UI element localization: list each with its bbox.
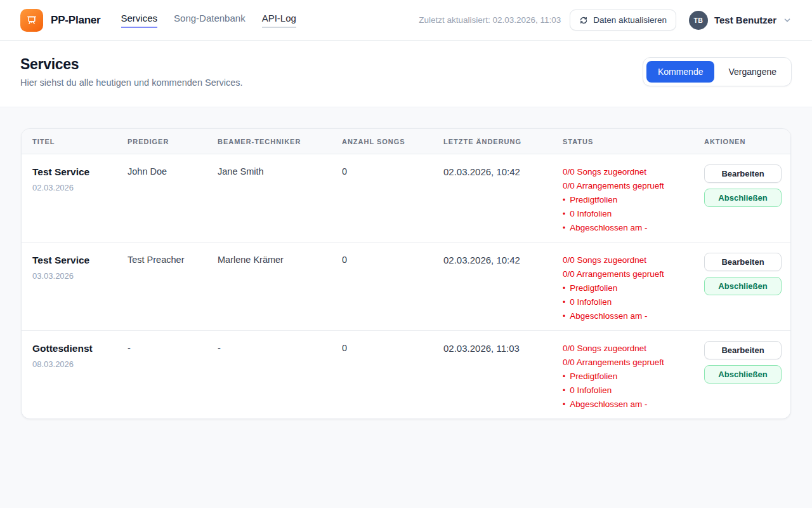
bullet-icon: • (563, 210, 565, 218)
column-header-prediger: PREDIGER (128, 138, 218, 145)
cell-status: 0/0 Songs zugeordnet0/0 Arrangements gep… (563, 164, 704, 235)
cell-beamer-techniker: - (218, 341, 342, 411)
service-title: Gottesdienst (32, 343, 128, 354)
bullet-icon: • (563, 224, 565, 232)
bearbeiten-button[interactable]: Bearbeiten (704, 164, 782, 183)
bullet-icon: • (563, 298, 565, 307)
cell-aktionen: Bearbeiten Abschließen (704, 164, 782, 235)
cell-prediger: - (128, 341, 218, 411)
refresh-data-button[interactable]: Daten aktualisieren (570, 10, 676, 30)
service-title: Test Service (32, 166, 128, 178)
status-line: •Predigtfolien (563, 281, 704, 295)
bearbeiten-button[interactable]: Bearbeiten (704, 341, 782, 359)
column-header-beamer-techniker: BEAMER-TECHNIKER (218, 138, 342, 145)
bullet-icon: • (563, 386, 565, 395)
main-nav: ServicesSong-DatenbankAPI-Log (121, 13, 296, 28)
nav-item-api-log[interactable]: API-Log (262, 13, 296, 28)
main-content: TITELPREDIGERBEAMER-TECHNIKERANZAHL SONG… (0, 128, 812, 419)
cell-status: 0/0 Songs zugeordnet0/0 Arrangements gep… (563, 253, 704, 323)
page-title: Services (20, 56, 243, 73)
page-subtitle: Hier siehst du alle heutigen und kommend… (20, 77, 243, 88)
status-line: 0/0 Arrangements geprueft (563, 179, 704, 193)
bullet-icon: • (563, 312, 565, 321)
table-row: Gottesdienst 08.03.2026 - - 0 02.03.2026… (22, 331, 790, 418)
cell-prediger: John Doe (128, 164, 218, 235)
cell-titel: Test Service 03.03.2026 (32, 253, 128, 323)
cell-anzahl-songs: 0 (342, 253, 443, 323)
abschliessen-button[interactable]: Abschließen (704, 189, 782, 207)
status-line: •0 Infofolien (563, 384, 704, 398)
cell-letzte-aenderung: 02.03.2026, 10:42 (443, 253, 563, 323)
service-date: 02.03.2026 (32, 183, 128, 192)
table-body: Test Service 02.03.2026 John Doe Jane Sm… (22, 154, 790, 418)
status-line: 0/0 Songs zugeordnet (563, 165, 704, 179)
status-line: •Predigtfolien (563, 193, 704, 207)
table-row: Test Service 03.03.2026 Test Preacher Ma… (22, 243, 790, 331)
app-logo (20, 9, 43, 32)
status-line: 0/0 Arrangements geprueft (563, 267, 704, 281)
page-header: Services Hier siehst du alle heutigen un… (0, 41, 812, 107)
bullet-icon: • (563, 284, 565, 293)
status-line: •0 Infofolien (563, 207, 704, 221)
cell-status: 0/0 Songs zugeordnet0/0 Arrangements gep… (563, 341, 704, 411)
bullet-icon: • (563, 372, 565, 381)
nav-item-song-datenbank[interactable]: Song-Datenbank (174, 13, 246, 28)
status-line: 0/0 Arrangements geprueft (563, 356, 704, 370)
chevron-down-icon (783, 16, 792, 25)
cell-titel: Gottesdienst 08.03.2026 (32, 341, 128, 411)
status-line: •Abgeschlossen am - (563, 309, 704, 323)
bearbeiten-button[interactable]: Bearbeiten (704, 253, 782, 271)
avatar: TB (689, 11, 708, 30)
user-name: Test Benutzer (714, 15, 776, 25)
cell-letzte-aenderung: 02.03.2026, 11:03 (443, 341, 563, 411)
nav-item-services[interactable]: Services (121, 13, 158, 28)
presentation-screen-icon (25, 14, 38, 27)
services-table-card: TITELPREDIGERBEAMER-TECHNIKERANZAHL SONG… (21, 128, 791, 419)
column-header-letzte-nderung: LETZTE ÄNDERUNG (443, 138, 563, 145)
cell-aktionen: Bearbeiten Abschließen (704, 253, 782, 323)
abschliessen-button[interactable]: Abschließen (704, 277, 782, 295)
filter-segmented-control: KommendeVergangene (643, 57, 792, 86)
column-header-titel: TITEL (32, 138, 128, 145)
refresh-button-label: Daten aktualisieren (593, 15, 667, 25)
status-line: •Abgeschlossen am - (563, 398, 704, 411)
status-line: •0 Infofolien (563, 295, 704, 309)
column-header-status: STATUS (563, 138, 704, 145)
cell-titel: Test Service 02.03.2026 (32, 164, 128, 235)
column-header-anzahl-songs: ANZAHL SONGS (342, 138, 443, 145)
cell-aktionen: Bearbeiten Abschließen (704, 341, 782, 411)
cell-prediger: Test Preacher (128, 253, 218, 323)
status-line: 0/0 Songs zugeordnet (563, 342, 704, 356)
bullet-icon: • (563, 400, 565, 409)
bullet-icon: • (563, 196, 565, 204)
refresh-icon (579, 16, 588, 25)
last-updated-text: Zuletzt aktualisiert: 02.03.2026, 11:03 (419, 15, 561, 25)
service-title: Test Service (32, 255, 128, 266)
filter-kommende[interactable]: Kommende (646, 61, 715, 83)
status-line: •Predigtfolien (563, 370, 704, 384)
cell-anzahl-songs: 0 (342, 164, 443, 235)
status-line: •Abgeschlossen am - (563, 221, 704, 235)
table-header-row: TITELPREDIGERBEAMER-TECHNIKERANZAHL SONG… (22, 129, 790, 154)
cell-anzahl-songs: 0 (342, 341, 443, 411)
topbar-right: Zuletzt aktualisiert: 02.03.2026, 11:03 … (419, 10, 792, 30)
column-header-aktionen: AKTIONEN (704, 138, 780, 145)
abschliessen-button[interactable]: Abschließen (704, 365, 782, 384)
cell-beamer-techniker: Marlene Krämer (218, 253, 342, 323)
user-menu[interactable]: TB Test Benutzer (689, 11, 792, 30)
table-row: Test Service 02.03.2026 John Doe Jane Sm… (22, 154, 790, 243)
service-date: 08.03.2026 (32, 359, 128, 369)
service-date: 03.03.2026 (32, 271, 128, 281)
top-navbar: PP-Planer ServicesSong-DatenbankAPI-Log … (0, 0, 812, 41)
cell-letzte-aenderung: 02.03.2026, 10:42 (443, 164, 563, 235)
status-line: 0/0 Songs zugeordnet (563, 253, 704, 267)
app-title: PP-Planer (51, 14, 101, 27)
filter-vergangene[interactable]: Vergangene (717, 61, 788, 83)
cell-beamer-techniker: Jane Smith (218, 164, 342, 235)
